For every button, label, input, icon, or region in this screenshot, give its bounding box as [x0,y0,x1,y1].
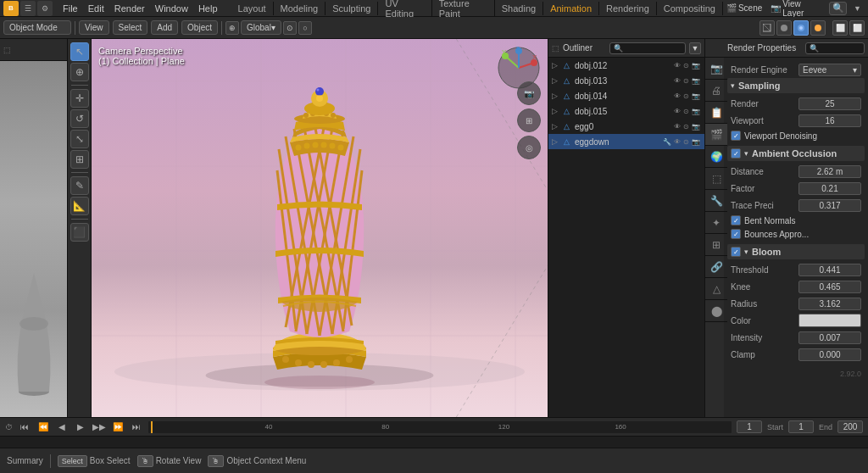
next-keyframe-btn[interactable]: ⏩ [111,420,125,434]
material-mode[interactable] [793,20,809,36]
scene-selector[interactable]: 🎬 Scene [726,3,762,13]
menu-edit[interactable]: Edit [83,2,109,15]
bloom-checkbox[interactable] [731,247,741,257]
timeline-track[interactable]: 40 80 120 160 [148,421,732,433]
transform-space[interactable]: Global▾ [241,20,281,35]
snap-button[interactable]: ⊙ [283,21,297,35]
ol-sel-icon[interactable]: ⊙ [682,61,690,70]
render-value[interactable]: 25 [798,97,861,110]
ol-render-icon[interactable]: 📷 [691,107,701,116]
ol-render-icon[interactable]: 📷 [691,76,701,86]
gizmo-toggle[interactable]: ⊕ [225,21,239,35]
blender-logo-icon[interactable]: B [3,1,19,16]
bloom-header[interactable]: ▾ Bloom [727,244,865,259]
ao-header[interactable]: ▾ Ambient Occlusion [727,146,865,161]
ol-vis-icon[interactable]: 👁 [673,61,682,70]
search-button[interactable]: 🔍 [829,2,847,15]
filter-button[interactable]: ▼ [854,4,861,13]
wireframe-mode[interactable] [760,20,775,36]
menu-help[interactable]: Help [193,2,223,15]
measure-tool[interactable]: 📐 [70,197,89,215]
select-tool[interactable]: ↖ [70,42,89,61]
ol-sel-icon[interactable]: ⊙ [682,122,690,131]
overlay-toggle[interactable]: ⬜ [832,20,848,36]
ol-sel-icon[interactable]: ⊙ [682,76,690,86]
workspace-rendering[interactable]: Rendering [599,2,657,15]
color-picker[interactable] [798,314,861,327]
ol-render-icon[interactable]: 📷 [691,122,701,131]
factor-value[interactable]: 0.21 [798,182,861,195]
trace-preci-value[interactable]: 0.317 [798,199,861,212]
solid-mode[interactable] [776,20,792,36]
ol-render-icon[interactable]: 📷 [691,61,701,70]
radius-value[interactable]: 3.162 [798,298,861,310]
ol-item-egg0[interactable]: ▷ △ egg0 👁 ⊙ 📷 [548,119,704,134]
outliner-filter-btn[interactable]: ▼ [689,42,701,54]
workspace-animation[interactable]: Animation [543,2,599,15]
workspace-sculpting[interactable]: Sculpting [326,2,378,15]
rotate-tool[interactable]: ↺ [70,109,89,128]
view-nav-3d[interactable]: ◎ [517,136,541,159]
ol-vis-icon[interactable]: 👁 [673,107,682,116]
jump-end-btn[interactable]: ⏭ [130,420,143,434]
transform-tool[interactable]: ⊞ [70,150,89,169]
workspace-shading[interactable]: Shading [495,2,543,15]
move-tool[interactable]: ✛ [70,89,89,108]
mini-viewport[interactable]: ⬚ [0,39,68,417]
ol-render-icon[interactable]: 📷 [691,137,701,147]
scale-tool[interactable]: ⤡ [70,130,89,148]
view-layer-selector[interactable]: 📷 View Layer [771,0,822,18]
ol-item-dobj015[interactable]: ▷ △ dobj.015 👁 ⊙ 📷 [548,103,704,119]
distance-value[interactable]: 2.62 m [798,165,861,178]
select-key[interactable]: Select [58,455,87,467]
play-forward-btn[interactable]: ▶▶ [92,420,106,434]
workspace-compositing[interactable]: Compositing [657,2,723,15]
props-search[interactable] [805,42,865,54]
bounces-approx-checkbox[interactable] [731,229,741,239]
bent-normals-checkbox[interactable] [731,215,741,225]
threshold-value[interactable]: 0.441 [798,264,861,276]
ao-checkbox[interactable] [731,148,741,159]
outliner-search[interactable] [609,42,686,54]
xray-toggle[interactable]: ⬜ [849,20,865,36]
view-menu[interactable]: View [79,20,109,35]
ol-vis-icon[interactable]: 👁 [673,92,682,101]
add-cube-tool[interactable]: ⬛ [70,223,89,242]
ol-sel-icon[interactable]: ⊙ [682,92,690,101]
ol-sel-icon[interactable]: ⊙ [682,137,690,147]
knee-value[interactable]: 0.465 [798,281,861,293]
timeline-playhead[interactable] [151,421,153,433]
intensity-value[interactable]: 0.007 [798,331,861,344]
ol-modifier-icon[interactable]: 🔧 [662,137,672,147]
select-menu[interactable]: Select [113,20,148,35]
annotate-tool[interactable]: ✎ [70,176,89,195]
ol-item-dobj014[interactable]: ▷ △ dobj.014 👁 ⊙ 📷 [548,88,704,103]
jump-start-btn[interactable]: ⏮ [18,420,31,434]
ol-render-icon[interactable]: 📷 [691,92,701,101]
ol-vis-icon[interactable]: 👁 [673,122,682,131]
ol-item-dobj013[interactable]: ▷ △ dobj.013 👁 ⊙ 📷 [548,73,704,88]
sampling-header[interactable]: ▾ Sampling [727,78,865,93]
ol-sel-icon[interactable]: ⊙ [682,107,690,116]
main-viewport[interactable]: Camera Perspective (1) Collection | Plan… [92,39,548,417]
cursor-tool[interactable]: ⊕ [70,63,89,81]
ol-item-eggdown[interactable]: ▷ △ eggdown 🔧 👁 ⊙ 📷 [548,134,704,149]
menu-window[interactable]: Window [150,2,193,15]
render-engine-dropdown[interactable]: Eevee ▾ [798,64,861,76]
rendered-mode[interactable] [810,20,826,36]
workspace-layout[interactable]: Layout [231,2,274,15]
menu-file[interactable]: File [58,2,83,15]
timeline-scrubber-area[interactable]: 40 80 120 160 [148,421,732,433]
play-backward-btn[interactable]: ◀ [55,420,69,434]
viewport-denoising-checkbox[interactable] [731,131,741,141]
current-frame-field[interactable]: 1 [737,420,762,433]
workspace-modeling[interactable]: Modeling [274,2,326,15]
prev-keyframe-btn[interactable]: ⏪ [36,420,50,434]
ol-vis-icon[interactable]: 👁 [673,76,682,86]
play-btn[interactable]: ▶ [74,420,87,434]
settings-icon[interactable]: ⚙ [37,1,53,16]
ol-vis-icon[interactable]: 👁 [673,137,682,147]
end-frame-field[interactable]: 200 [837,420,863,433]
info-icon[interactable]: ☰ [20,1,36,16]
start-frame-field[interactable]: 1 [788,420,814,433]
